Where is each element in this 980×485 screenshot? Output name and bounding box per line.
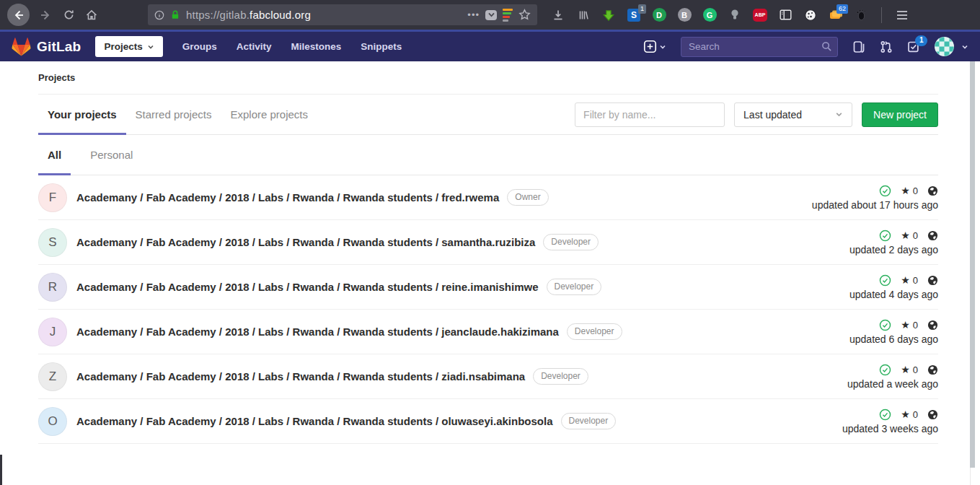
pipeline-passed-icon[interactable] [879,364,891,376]
star-count[interactable]: ★ 0 [901,275,918,286]
star-count[interactable]: ★ 0 [901,320,918,331]
visibility-public-icon[interactable] [927,185,938,196]
new-menu-button[interactable] [643,40,666,53]
new-project-button[interactable]: New project [862,102,938,127]
merge-requests-icon[interactable] [880,40,893,53]
project-avatar-initial: J [50,325,56,339]
nav-projects-label: Projects [104,41,142,52]
project-avatar[interactable]: Z [38,362,67,391]
gitlab-tanuki-logo [12,38,31,56]
reload-button[interactable] [57,4,80,26]
search-input[interactable] [681,37,838,57]
d-extension-icon[interactable]: D [651,7,667,23]
menu-button[interactable] [894,7,910,23]
tab-starred-projects[interactable]: Starred projects [126,95,221,134]
project-avatar[interactable]: J [38,318,67,346]
window-left-edge [0,455,2,485]
user-avatar[interactable] [935,37,954,56]
gnome-foot-icon[interactable] [853,7,869,23]
b-extension-icon[interactable]: B [676,7,692,23]
nav-item-milestones[interactable]: Milestones [291,41,341,52]
url-text: https://gitlab.fabcloud.org [186,9,311,21]
downloads-button[interactable] [550,7,566,23]
list-extension-icon[interactable] [503,9,513,22]
gitlab-navbar: GitLab Projects Groups Activity Mileston… [0,32,980,61]
secure-lock-icon[interactable] [170,9,180,20]
updated-text: updated 2 days ago [849,244,938,255]
visibility-public-icon[interactable] [927,320,938,331]
chevron-down-icon [835,110,843,118]
project-avatar[interactable]: F [38,183,67,212]
page-actions-icon[interactable]: ••• [467,9,480,20]
sort-dropdown-value: Last updated [743,109,802,121]
cookie-extension-icon[interactable] [803,7,818,23]
project-avatar[interactable]: O [38,407,67,436]
nav-item-snippets[interactable]: Snippets [361,41,402,52]
forward-arrow-icon [40,9,51,21]
pipeline-passed-icon[interactable] [879,274,891,287]
page-info-icon[interactable] [154,10,164,20]
scrollbar-track[interactable] [970,61,980,485]
project-link[interactable]: Academany / Fab Academy / 2018 / Labs / … [76,236,535,248]
gitlab-home-link[interactable]: GitLab [12,38,81,56]
nav-item-groups[interactable]: Groups [182,41,217,52]
visibility-public-icon[interactable] [927,409,938,420]
star-count[interactable]: ★ 0 [901,409,918,420]
nav-item-projects[interactable]: Projects [95,36,162,57]
tab-your-projects[interactable]: Your projects [38,95,126,134]
sort-dropdown[interactable]: Last updated [734,102,852,127]
url-bar[interactable]: https://gitlab.fabcloud.org ••• [148,4,537,25]
panel-extension-icon[interactable]: 62 [828,7,844,23]
filter-by-name-input[interactable] [575,102,725,127]
scrollbar-thumb[interactable] [970,61,975,468]
pocket-icon[interactable] [485,10,497,20]
chevron-down-icon[interactable] [961,43,968,51]
role-badge: Developer [567,323,622,340]
forward-button[interactable] [34,4,57,26]
issues-icon[interactable] [852,40,865,53]
gitlab-brand-text: GitLab [37,39,81,55]
visibility-public-icon[interactable] [927,275,938,286]
pipeline-passed-icon[interactable] [879,230,891,242]
project-link[interactable]: Academany / Fab Academy / 2018 / Labs / … [76,191,499,204]
star-count[interactable]: ★ 0 [901,230,918,241]
project-link[interactable]: Academany / Fab Academy / 2018 / Labs / … [76,281,539,293]
chevron-down-icon [147,43,154,51]
role-badge: Owner [507,189,548,206]
star-count[interactable]: ★ 0 [901,364,918,375]
s-extension-badge: 1 [638,4,646,14]
grammarly-icon[interactable]: G [702,7,718,23]
bookmark-star-icon[interactable] [518,9,531,21]
s-extension-icon[interactable]: S 1 [626,7,642,23]
adblock-plus-icon[interactable]: ABP [752,7,768,23]
pipeline-passed-icon[interactable] [879,319,891,331]
library-button[interactable] [575,7,591,23]
pipeline-passed-icon[interactable] [879,408,891,421]
sidebar-toggle-icon[interactable] [777,7,793,23]
project-avatar-initial: R [48,280,57,294]
privacy-lightbulb-icon[interactable] [727,7,743,23]
project-avatar[interactable]: R [38,273,67,302]
visibility-public-icon[interactable] [927,364,938,375]
star-count[interactable]: ★ 0 [901,185,918,196]
project-link[interactable]: Academany / Fab Academy / 2018 / Labs / … [76,325,559,338]
subtab-personal[interactable]: Personal [81,135,142,175]
pipeline-passed-icon[interactable] [879,185,891,197]
tab-explore-projects[interactable]: Explore projects [221,95,317,134]
todos-icon[interactable]: 1 [907,40,920,53]
video-downloader-icon[interactable] [601,7,617,23]
updated-text: updated 3 weeks ago [842,423,938,434]
home-icon [86,9,97,21]
back-button[interactable] [7,4,30,26]
home-button[interactable] [80,4,103,26]
star-count-value: 0 [913,364,918,375]
project-link[interactable]: Academany / Fab Academy / 2018 / Labs / … [76,415,553,427]
subtab-all[interactable]: All [38,135,71,175]
main-content: Projects Your projects Starred projects … [0,61,980,485]
star-count-value: 0 [913,275,918,286]
project-avatar[interactable]: S [38,228,67,257]
project-row: F Academany / Fab Academy / 2018 / Labs … [38,175,938,220]
nav-item-activity[interactable]: Activity [237,41,272,52]
visibility-public-icon[interactable] [927,230,938,241]
project-link[interactable]: Academany / Fab Academy / 2018 / Labs / … [76,370,525,383]
